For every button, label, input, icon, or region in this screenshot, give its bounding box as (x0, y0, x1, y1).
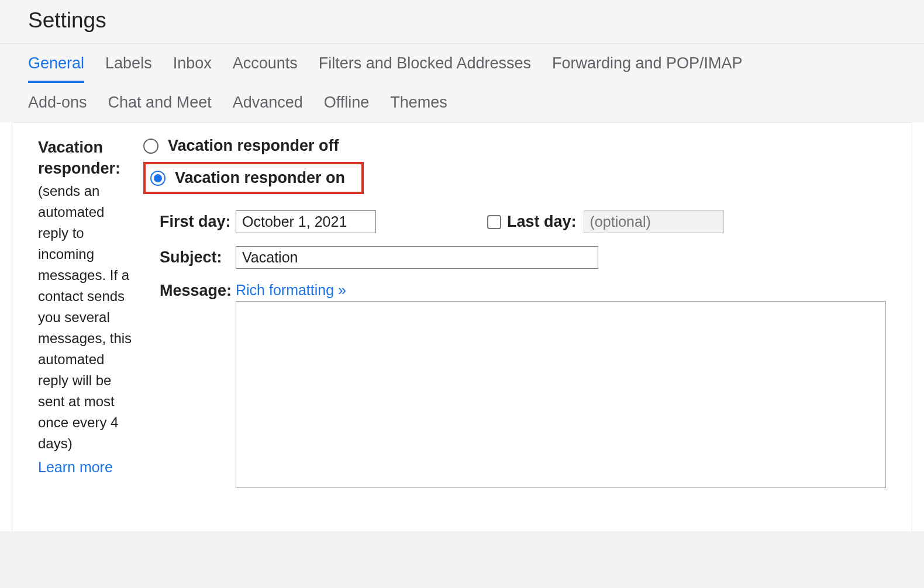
tab-addons[interactable]: Add-ons (28, 83, 98, 122)
first-day-label: First day: (160, 213, 236, 231)
message-content: Rich formatting » (236, 282, 886, 490)
tabs-container: General Labels Inbox Accounts Filters an… (0, 44, 924, 122)
tab-chat-meet[interactable]: Chat and Meet (108, 83, 222, 122)
last-day-group: Last day: (487, 210, 724, 233)
subject-row: Subject: (160, 246, 886, 269)
message-textarea[interactable] (236, 301, 886, 488)
last-day-checkbox[interactable] (487, 215, 501, 229)
last-day-label: Last day: (507, 213, 577, 231)
radio-on-label: Vacation responder on (175, 169, 345, 187)
radio-off[interactable] (143, 139, 158, 154)
first-day-row: First day: Last day: (160, 210, 886, 233)
tab-themes[interactable]: Themes (390, 83, 458, 122)
tab-forwarding[interactable]: Forwarding and POP/IMAP (552, 44, 753, 83)
section-sidebar: Vacation responder: (sends an automated … (38, 137, 143, 531)
learn-more-link[interactable]: Learn more (38, 459, 113, 476)
tab-filters[interactable]: Filters and Blocked Addresses (319, 44, 542, 83)
tabs-row-1: General Labels Inbox Accounts Filters an… (28, 44, 896, 83)
first-day-input[interactable] (236, 210, 376, 233)
radio-on-highlight: Vacation responder on (143, 162, 364, 194)
radio-on[interactable] (150, 171, 166, 186)
tab-labels[interactable]: Labels (105, 44, 163, 83)
radio-on-dot (154, 174, 162, 182)
page-title: Settings (28, 8, 896, 33)
vacation-responder-section: Vacation responder: (sends an automated … (12, 122, 912, 531)
section-title: Vacation responder: (38, 137, 137, 179)
message-row: Message: Rich formatting » (160, 282, 886, 490)
tabs-row-2: Add-ons Chat and Meet Advanced Offline T… (28, 83, 896, 122)
radio-off-row: Vacation responder off (143, 137, 886, 155)
vacation-form: First day: Last day: Subject: Message: (160, 210, 886, 490)
tab-inbox[interactable]: Inbox (173, 44, 222, 83)
subject-input[interactable] (236, 246, 598, 269)
subject-label: Subject: (160, 248, 236, 267)
section-description: (sends an automated reply to incoming me… (38, 181, 137, 454)
rich-formatting-link[interactable]: Rich formatting » (236, 282, 346, 299)
radio-off-label: Vacation responder off (168, 137, 339, 155)
message-label: Message: (160, 282, 236, 300)
tab-general[interactable]: General (28, 44, 95, 83)
tab-advanced[interactable]: Advanced (233, 83, 313, 122)
section-main: Vacation responder off Vacation responde… (143, 137, 886, 531)
last-day-input[interactable] (584, 210, 724, 233)
tab-offline[interactable]: Offline (324, 83, 380, 122)
tab-accounts[interactable]: Accounts (233, 44, 308, 83)
settings-header: Settings (0, 0, 924, 44)
